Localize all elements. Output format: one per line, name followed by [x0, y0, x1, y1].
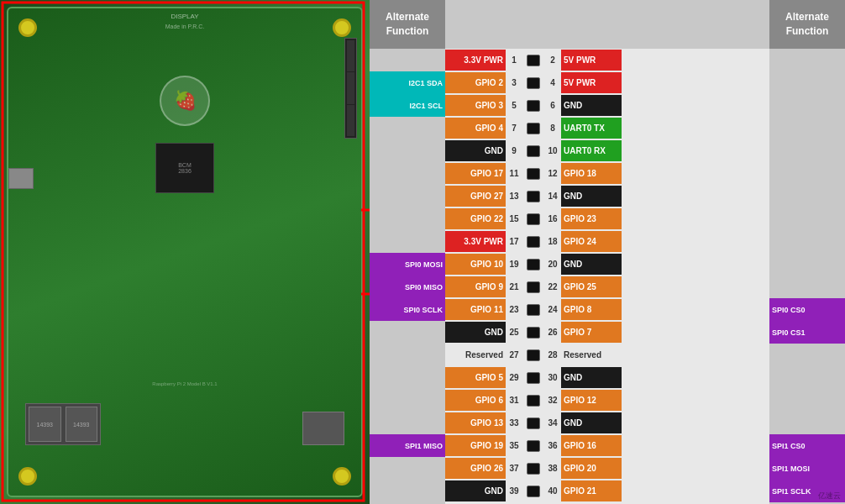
gpio-right-label: GPIO 25	[561, 276, 622, 297]
pin-connector	[522, 139, 545, 162]
gpio-left-label: 3.3V PWR	[445, 50, 506, 71]
pin-number-right: 6	[545, 101, 560, 110]
gpio-row: GPIO 271314GND	[445, 185, 769, 207]
pin-dot	[527, 463, 540, 475]
pin-number-right: 12	[545, 169, 560, 178]
alt-func-right-cell: SPI1 CS0	[769, 434, 845, 457]
pin-dot	[527, 395, 540, 407]
pin-dot	[527, 281, 540, 293]
alt-func-left-cell	[370, 49, 445, 71]
alt-func-right-cell: SPI0 CS0	[769, 298, 845, 321]
gpio-left-label: GND	[445, 140, 506, 161]
pin-number-right: 28	[545, 350, 560, 360]
pin-number-right: 32	[545, 396, 560, 405]
pin-connector	[522, 162, 545, 185]
pin-dot	[527, 213, 540, 225]
alt-func-left-cell	[370, 321, 445, 344]
alt-func-left-cell: SPI0 MOSI	[370, 253, 445, 276]
pin-dot	[527, 100, 540, 112]
pin-number-left: 15	[506, 214, 522, 223]
pin-connector	[522, 321, 545, 344]
gpio-row: GND910UART0 RX	[445, 139, 769, 162]
gpio-left-label: GPIO 9	[445, 276, 506, 297]
board-image: DISPLAY Made in P.R.C. 🍓 BCM2836 14393 1…	[0, 0, 370, 504]
pin-number-left: 9	[506, 146, 522, 155]
alt-func-right-cell	[769, 71, 845, 94]
pin-number-right: 26	[545, 328, 560, 337]
pin-number-right: 2	[545, 55, 560, 65]
pin-connector	[522, 457, 545, 480]
pin-dot	[527, 304, 540, 316]
alt-func-right-cell: SPI0 CS1	[769, 321, 845, 344]
alt-func-left-cell	[370, 185, 445, 207]
alt-func-right-cell	[769, 366, 845, 389]
pin-connector	[522, 434, 545, 457]
pin-dot	[527, 145, 540, 157]
gpio-left-label: GPIO 27	[445, 186, 506, 207]
pin-number-right: 20	[545, 260, 560, 269]
pin-connector	[522, 412, 545, 434]
alt-func-left-cell: SPI0 SCLK	[370, 298, 445, 321]
alt-func-left-cell	[370, 457, 445, 480]
pin-connector	[522, 253, 545, 276]
alt-func-left-cell	[370, 117, 445, 139]
pin-dot	[527, 236, 540, 248]
gpio-left-label: GPIO 10	[445, 254, 506, 275]
pin-connector	[522, 117, 545, 139]
gpio-right-label: GPIO 18	[561, 163, 622, 184]
pin-dot	[527, 259, 540, 270]
pin-number-right: 18	[545, 237, 560, 246]
alt-func-left-cell: I2C1 SDA	[370, 71, 445, 94]
pin-number-left: 37	[506, 464, 522, 473]
pin-connector	[522, 49, 545, 71]
alt-func-right-cell	[769, 389, 845, 412]
pin-number-right: 24	[545, 305, 560, 314]
alt-func-right-cell	[769, 412, 845, 434]
pin-connector	[522, 185, 545, 207]
gpio-row: GPIO 193536GPIO 16	[445, 434, 769, 457]
alt-func-right-cell	[769, 207, 845, 230]
pin-dot	[527, 327, 540, 339]
alt-func-right-cell	[769, 49, 845, 71]
pin-number-right: 14	[545, 192, 560, 201]
gpio-left-label: GPIO 3	[445, 95, 506, 116]
pin-number-left: 33	[506, 418, 522, 428]
gpio-left-label: GPIO 11	[445, 299, 506, 320]
gpio-row: GPIO 263738GPIO 20	[445, 457, 769, 480]
gpio-left-label: GND	[445, 322, 506, 343]
gpio-right-label: 5V PWR	[561, 50, 622, 71]
pin-connector	[522, 71, 545, 94]
gpio-right-label: GND	[561, 412, 622, 433]
pin-number-right: 36	[545, 441, 560, 450]
pin-number-left: 31	[506, 396, 522, 405]
pin-number-left: 29	[506, 373, 522, 382]
alt-func-left-cell: I2C1 SCL	[370, 94, 445, 117]
alt-func-right-cell	[769, 185, 845, 207]
gpio-left-label: GPIO 17	[445, 163, 506, 184]
pin-number-left: 25	[506, 328, 522, 337]
pin-dot	[527, 372, 540, 384]
pin-number-left: 11	[506, 169, 522, 178]
pin-connector	[522, 389, 545, 412]
watermark: 亿速云	[818, 491, 841, 501]
alt-func-left-cell	[370, 366, 445, 389]
gpio-left-label: GPIO 2	[445, 72, 506, 93]
gpio-container: Alternate Function I2C1 SDAI2C1 SCLSPI0 …	[370, 0, 845, 504]
pin-number-left: 39	[506, 486, 522, 496]
pin-number-right: 8	[545, 123, 560, 133]
pin-number-right: 16	[545, 214, 560, 223]
gpio-right-label: GPIO 16	[561, 435, 622, 456]
gpio-row: GND3940GPIO 21	[445, 480, 769, 502]
gpio-right-label: 5V PWR	[561, 72, 622, 93]
gpio-right-label: GPIO 21	[561, 480, 622, 501]
alt-func-right-cell	[769, 230, 845, 253]
pin-dot	[527, 440, 540, 452]
gpio-left-label: GPIO 19	[445, 435, 506, 456]
alt-func-left-cell: SPI1 MISO	[370, 434, 445, 457]
pin-dot	[527, 349, 540, 361]
pin-connector	[522, 366, 545, 389]
pin-number-left: 3	[506, 78, 522, 87]
alt-func-right-cell	[769, 276, 845, 298]
gpio-row: Reserved2728Reserved	[445, 344, 769, 366]
gpio-row: GPIO 112324GPIO 8	[445, 298, 769, 321]
